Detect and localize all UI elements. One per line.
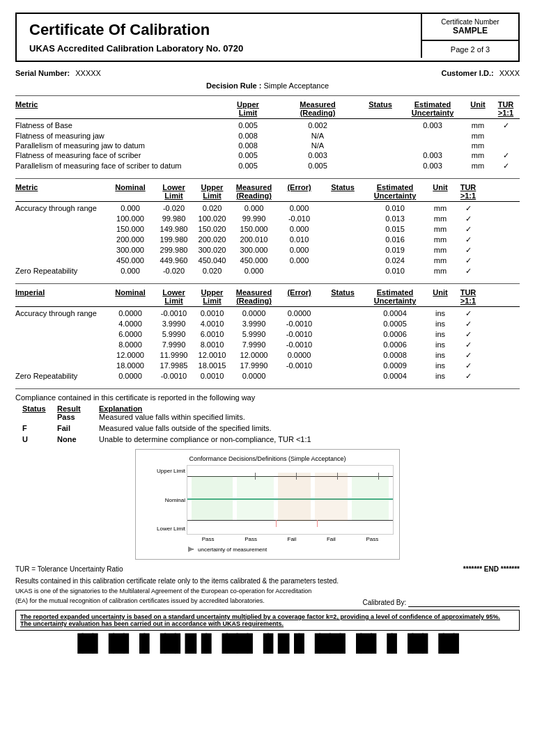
page-number: Page 2 of 3 (425, 45, 515, 54)
s3-col-est: EstimatedUncertainty (364, 288, 426, 305)
s3-col-upper: UpperLimit (193, 288, 231, 305)
table-row: Accuracy through range 0.000 -0.020 0.02… (15, 203, 520, 214)
chart-y-axis: Upper Limit Nominal Lower Limit (141, 465, 187, 535)
comp-header-explanation: Explanation (99, 404, 520, 413)
table-row: 300.000 299.980 300.020 300.000 0.000 0.… (15, 245, 520, 255)
s2-col-est: EstimatedUncertainty (364, 183, 426, 200)
ukas-line1: UKAS is one of the signatories to the Mu… (15, 588, 520, 594)
cert-number-value: SAMPLE (425, 26, 515, 36)
comp-row1-status (22, 413, 57, 421)
table-row: 4.0000 3.9990 4.0010 3.9990 -0.0010 0.00… (15, 319, 520, 329)
chart-lower-label: Lower Limit (143, 526, 185, 532)
decision-rule-row: Decision Rule : Simple Acceptance (15, 81, 520, 90)
tick-3 (337, 473, 338, 480)
comp-row3-status: U (22, 432, 57, 443)
table-row: 450.000 449.960 450.040 450.000 0.000 0.… (15, 255, 520, 266)
comp-header-result: Result (57, 404, 99, 413)
s2-col-error: (Error) (277, 183, 322, 200)
s2-col-reading: Measured(Reading) (231, 183, 277, 200)
s2-col-nominal: Nominal (106, 183, 155, 200)
s1-col-status: Status (359, 100, 401, 117)
customer-label: Customer I.D.: (441, 69, 493, 77)
section2-header-row: Metric Nominal LowerLimit UpperLimit Mea… (15, 183, 520, 202)
section2-table: Metric Nominal LowerLimit UpperLimit Mea… (15, 183, 520, 276)
s3-col-reading: Measured(Reading) (231, 288, 277, 305)
s1-col-unit: Unit (464, 100, 492, 117)
chart-plot-area (187, 465, 394, 535)
tick-1 (255, 473, 256, 480)
table-row: 100.000 99.980 100.020 99.990 -0.010 0.0… (15, 214, 520, 224)
customer-value: XXXX (499, 69, 520, 77)
s2-col-tur: TUR>1:1 (454, 183, 482, 200)
divider-4 (15, 388, 520, 389)
table-row: 18.0000 17.9985 18.0015 17.9990 -0.0010 … (15, 361, 520, 371)
tick-lower-1 (276, 520, 277, 527)
end-note: ******* END ******* (463, 565, 520, 573)
chart-pass-zone-3 (352, 476, 389, 521)
chart-container: Conformance Decisions/Definitions (Simpl… (15, 449, 520, 560)
divider-1 (15, 95, 520, 96)
barcode: ▐█▌▐█▌▐▌▐█▌█▐▌▐██▌▐▌█▐▌▐██▌▐█▌▐▌▐█▌▐█▌ (15, 633, 520, 655)
signature-line (408, 599, 520, 607)
s3-col-lower: LowerLimit (155, 288, 193, 305)
chart-pass-zone-2 (237, 476, 274, 521)
s2-col-status: Status (322, 183, 364, 200)
s3-col-unit: Unit (426, 288, 454, 305)
divider-3 (15, 283, 520, 284)
comp-row1-explanation: Measured value falls within specified li… (99, 413, 520, 421)
svg-marker-1 (188, 546, 194, 552)
table-row: 8.0000 7.9990 8.0010 7.9990 -0.0010 0.00… (15, 340, 520, 350)
s2-col-upper: UpperLimit (193, 183, 231, 200)
customer-id-item: Customer I.D.: XXXX (441, 69, 520, 77)
section3-table: Imperial Nominal LowerLimit UpperLimit M… (15, 288, 520, 381)
comp-row2-result: Fail (57, 421, 99, 432)
comp-row1-result: Pass (57, 413, 99, 421)
table-row: Flatness of Base 0.005 0.002 0.003 mm ✓ (15, 120, 520, 131)
ukas-line2: (EA) for the mutual recognition of calib… (15, 597, 265, 604)
cert-number-label: Certificate Number (425, 18, 515, 26)
s1-col-upper: UpperLimit (220, 100, 276, 117)
s3-col-tur: TUR>1:1 (454, 288, 482, 305)
section3-header-row: Imperial Nominal LowerLimit UpperLimit M… (15, 288, 520, 307)
chart-upper-label: Upper Limit (143, 468, 185, 474)
table-row: Flatness of measuring face of scriber 0.… (15, 150, 520, 161)
table-row: 200.000 199.980 200.020 200.010 0.010 0.… (15, 235, 520, 245)
section1-header-row: Metric UpperLimit Measured(Reading) Stat… (15, 100, 520, 119)
uncertainty-icon (187, 545, 195, 553)
lab-subtitle: UKAS Accredited Calibration Laboratory N… (29, 43, 408, 54)
s2-col-metric: Metric (15, 183, 106, 200)
chart-uncertainty-label: uncertainty of measurement (187, 545, 394, 553)
serial-value: XXXXX (75, 69, 101, 77)
table-row: Parallelism of measuring jaw to datum 0.… (15, 141, 520, 150)
divider-2 (15, 178, 520, 179)
comp-header-status: Status (22, 404, 57, 413)
s2-col-unit: Unit (426, 183, 454, 200)
result-note: Results contained in this calibration ce… (15, 577, 520, 585)
chart-x-labels: Pass Pass Fail Fail Pass (187, 536, 394, 542)
tick-4 (378, 473, 379, 480)
tick-lower-2 (317, 520, 318, 527)
warning-text: The reported expanded uncertainty is bas… (20, 613, 500, 620)
chart-fail-zone-2 (315, 473, 348, 522)
chart-box: Conformance Decisions/Definitions (Simpl… (135, 449, 400, 560)
s1-col-est: EstimatedUncertainty (401, 100, 464, 117)
s2-col-lower: LowerLimit (155, 183, 193, 200)
footer-warning: The reported expanded uncertainty is bas… (15, 610, 520, 631)
chart-label-pass3: Pass (366, 536, 378, 542)
warning-text2: The uncertainty evaluation has been carr… (20, 620, 284, 627)
footer-top-row: TUR = Tolerance Uncertainty Ratio ******… (15, 565, 520, 577)
chart-label-pass2: Pass (245, 536, 257, 542)
compliance-intro: Compliance contained in this certificate… (15, 393, 520, 402)
serial-label: Serial Number: (15, 69, 70, 77)
table-row: Flatness of measuring jaw 0.008 N/A mm (15, 131, 520, 141)
section2-rows: Accuracy through range 0.000 -0.020 0.02… (15, 203, 520, 276)
comp-row2-status: F (22, 421, 57, 432)
section1-rows: Flatness of Base 0.005 0.002 0.003 mm ✓ … (15, 120, 520, 171)
header-left: Certificate Of Calibration UKAS Accredit… (17, 14, 421, 61)
s1-col-measured: Measured(Reading) (276, 100, 359, 117)
comp-row2-explanation: Measured value falls outside of the spec… (99, 421, 520, 432)
s3-col-status: Status (322, 288, 364, 305)
cert-number-box: Certificate Number SAMPLE (422, 14, 518, 41)
footer-section: TUR = Tolerance Uncertainty Ratio ******… (15, 565, 520, 655)
chart-title: Conformance Decisions/Definitions (Simpl… (141, 455, 394, 462)
